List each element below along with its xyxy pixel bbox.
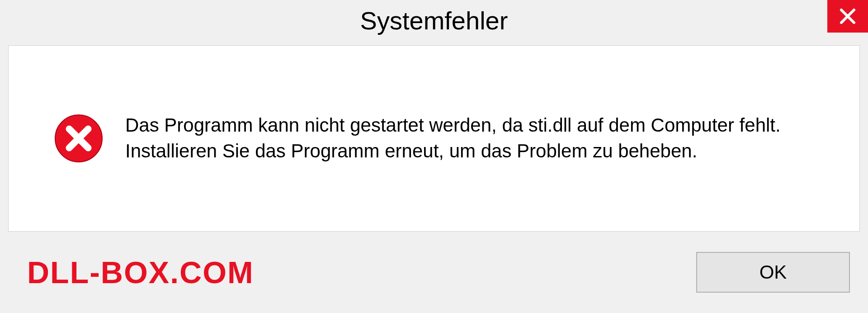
dialog-footer: DLL-BOX.COM OK: [0, 232, 868, 313]
titlebar: Systemfehler: [0, 0, 868, 41]
close-button[interactable]: [827, 0, 868, 33]
watermark-text: DLL-BOX.COM: [27, 255, 254, 290]
error-icon: [54, 114, 104, 163]
ok-button-label: OK: [760, 261, 787, 283]
ok-button[interactable]: OK: [696, 252, 850, 293]
error-dialog: Systemfehler Das Programm kann nicht ges…: [0, 0, 868, 313]
dialog-title: Systemfehler: [360, 6, 508, 35]
close-icon: [839, 7, 857, 25]
content-area: Das Programm kann nicht gestartet werden…: [8, 45, 860, 232]
error-message: Das Programm kann nicht gestartet werden…: [125, 113, 828, 164]
